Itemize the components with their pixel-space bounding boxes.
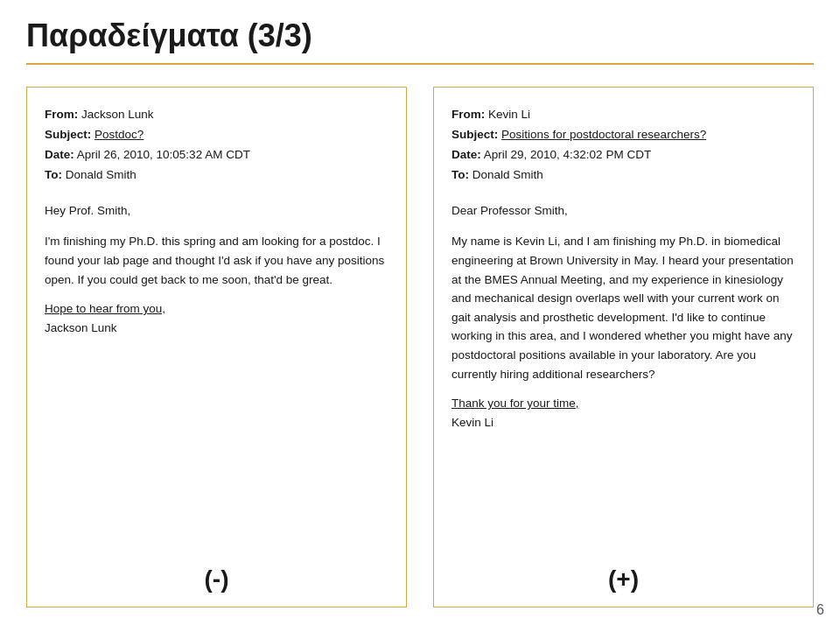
left-panel-footer: (-) (45, 565, 388, 593)
left-to-line: To: Donald Smith (45, 165, 388, 186)
left-to-value: Donald Smith (66, 168, 136, 181)
left-to-label: To: (45, 168, 62, 181)
left-greeting: Hey Prof. Smith, (45, 201, 388, 221)
left-from-line: From: Jackson Lunk (45, 105, 388, 125)
right-date-line: Date: April 29, 2010, 4:32:02 PM CDT (452, 145, 795, 165)
right-date-value: April 29, 2010, 4:32:02 PM CDT (484, 148, 651, 161)
right-date-label: Date: (452, 148, 481, 161)
left-date-line: Date: April 26, 2010, 10:05:32 AM CDT (45, 145, 388, 165)
title-section: Παραδείγματα (3/3) (26, 18, 814, 65)
left-from-label: From: (45, 108, 78, 121)
left-closing: Hope to hear from you, Jackson Lunk (45, 299, 388, 337)
right-signature: Kevin Li (452, 416, 494, 429)
left-date-value: April 26, 2010, 10:05:32 AM CDT (77, 148, 250, 161)
right-body-paragraph: My name is Kevin Li, and I am finishing … (452, 232, 795, 383)
right-closing: Thank you for your time, Kevin Li (452, 394, 795, 432)
left-from-value: Jackson Lunk (81, 108, 154, 121)
right-from-value: Kevin Li (488, 108, 530, 121)
left-subject-value: Postdoc? (94, 128, 144, 141)
left-signature: Jackson Lunk (45, 321, 117, 334)
left-email-panel: From: Jackson Lunk Subject: Postdoc? Dat… (26, 87, 407, 607)
right-to-line: To: Donald Smith (452, 165, 795, 186)
content-area: From: Jackson Lunk Subject: Postdoc? Dat… (26, 87, 814, 607)
left-closing-text: Hope to hear from you, (45, 302, 165, 315)
right-email-panel: From: Kevin Li Subject: Positions for po… (433, 87, 814, 607)
left-email-header: From: Jackson Lunk Subject: Postdoc? Dat… (45, 105, 388, 186)
right-closing-text: Thank you for your time, (452, 397, 579, 410)
right-from-label: From: (452, 108, 485, 121)
left-body-paragraph: I'm finishing my Ph.D. this spring and a… (45, 232, 388, 289)
left-rating: (-) (205, 565, 229, 593)
right-panel-footer: (+) (452, 565, 795, 593)
right-to-value: Donald Smith (472, 168, 543, 181)
page-number: 6 (816, 602, 824, 618)
right-rating: (+) (608, 565, 639, 593)
right-email-header: From: Kevin Li Subject: Positions for po… (452, 105, 795, 186)
page-title: Παραδείγματα (3/3) (26, 18, 814, 54)
right-email-body: Dear Professor Smith, My name is Kevin L… (452, 201, 795, 557)
right-subject-value: Positions for postdoctoral researchers? (501, 128, 706, 141)
left-email-body: Hey Prof. Smith, I'm finishing my Ph.D. … (45, 201, 388, 557)
right-subject-line: Subject: Positions for postdoctoral rese… (452, 125, 795, 145)
right-from-line: From: Kevin Li (452, 105, 795, 125)
right-greeting: Dear Professor Smith, (452, 201, 795, 221)
right-to-label: To: (452, 168, 469, 181)
page-container: Παραδείγματα (3/3) From: Jackson Lunk Su… (0, 0, 840, 625)
left-subject-label: Subject: (45, 128, 91, 141)
left-date-label: Date: (45, 148, 74, 161)
right-subject-label: Subject: (452, 128, 498, 141)
left-subject-line: Subject: Postdoc? (45, 125, 388, 145)
